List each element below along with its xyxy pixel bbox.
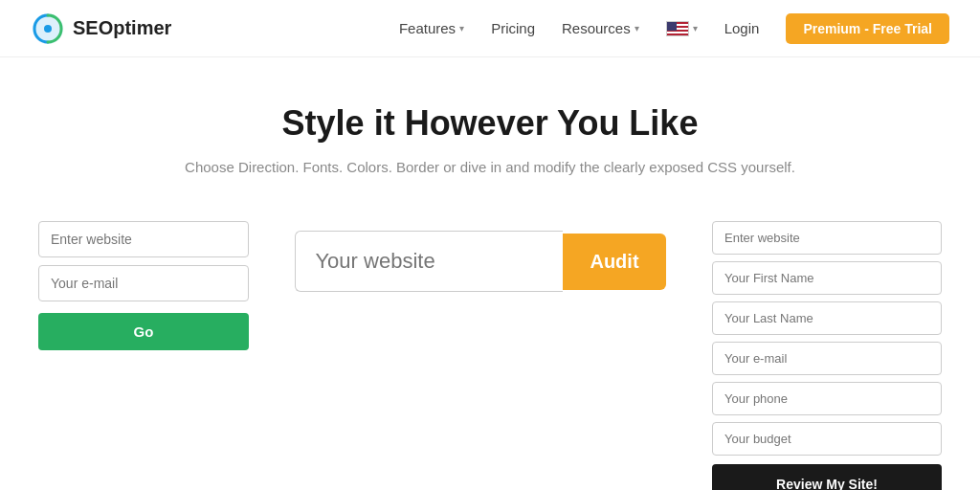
left-email-input[interactable]	[38, 265, 249, 301]
nav-features[interactable]: Features ▾	[399, 20, 464, 36]
audit-button[interactable]: Audit	[563, 234, 665, 290]
left-website-input[interactable]	[38, 221, 249, 257]
right-last-name-input[interactable]	[712, 301, 942, 335]
logo-text: SEOptimer	[73, 17, 171, 39]
review-button[interactable]: Review My Site!	[712, 464, 942, 490]
left-form: Go	[38, 221, 249, 350]
right-email-input[interactable]	[712, 342, 942, 375]
right-budget-input[interactable]	[712, 422, 942, 456]
svg-point-1	[44, 25, 52, 33]
header: SEOptimer Features ▾ Pricing Resources ▾…	[0, 0, 980, 57]
nav-features-label: Features	[399, 20, 456, 36]
login-button[interactable]: Login	[724, 20, 760, 36]
nav: Features ▾ Pricing Resources ▾ ▾ Login P…	[399, 13, 949, 44]
right-website-input[interactable]	[712, 221, 942, 255]
chevron-down-icon: ▾	[693, 23, 698, 33]
main-content: Style it However You Like Choose Directi…	[0, 57, 980, 490]
language-selector[interactable]: ▾	[666, 21, 698, 36]
chevron-down-icon: ▾	[459, 23, 464, 33]
nav-pricing[interactable]: Pricing	[491, 20, 535, 36]
center-website-input[interactable]	[295, 231, 563, 292]
right-first-name-input[interactable]	[712, 261, 942, 295]
trial-button[interactable]: Premium - Free Trial	[786, 13, 949, 44]
chevron-down-icon: ▾	[635, 23, 639, 33]
nav-resources-label: Resources	[562, 20, 631, 36]
nav-pricing-label: Pricing	[491, 20, 535, 36]
center-form: Audit	[295, 231, 665, 292]
nav-resources[interactable]: Resources ▾	[562, 20, 639, 36]
right-phone-input[interactable]	[712, 382, 942, 415]
hero-subtitle: Choose Direction. Fonts. Colors. Border …	[38, 159, 942, 175]
forms-area: Go Audit Review My Site!	[38, 221, 942, 490]
go-button[interactable]: Go	[38, 313, 249, 350]
flag-icon	[666, 21, 689, 36]
logo-icon	[31, 11, 65, 46]
logo[interactable]: SEOptimer	[31, 11, 171, 46]
right-form: Review My Site!	[712, 221, 942, 490]
hero-title: Style it However You Like	[38, 103, 942, 144]
